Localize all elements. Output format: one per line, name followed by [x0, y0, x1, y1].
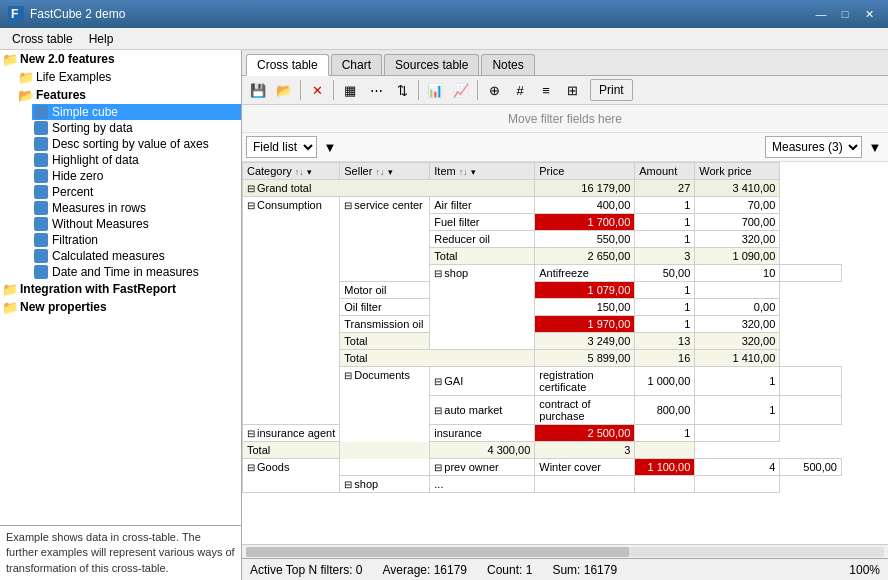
- item-insurance: insurance: [430, 425, 535, 442]
- tree-group-new20[interactable]: 📁 New 2.0 features: [0, 50, 241, 68]
- tree-item-new-props[interactable]: 📁 New properties: [0, 298, 241, 316]
- header-item[interactable]: Item ↑↓ ▾: [430, 163, 535, 180]
- toolbar-list-btn[interactable]: ≡: [534, 79, 558, 101]
- tab-chart[interactable]: Chart: [331, 54, 382, 75]
- expand-icon-shop2[interactable]: ⊟: [344, 479, 352, 490]
- wp-more: [695, 476, 780, 493]
- field-list-dropdown[interactable]: Field list: [246, 136, 317, 158]
- collapse-icon[interactable]: ⊟: [247, 183, 255, 194]
- tabs-bar: Cross table Chart Sources table Notes: [242, 50, 888, 76]
- amount-transmission: 1: [635, 316, 695, 333]
- item-reg: registration certificate: [535, 367, 635, 396]
- wp-air: 70,00: [695, 197, 780, 214]
- sort-icon: [34, 121, 48, 135]
- expand-icon-auto[interactable]: ⊟: [434, 405, 442, 416]
- tab-sources-table[interactable]: Sources table: [384, 54, 479, 75]
- minimize-button[interactable]: —: [810, 5, 832, 23]
- header-workprice[interactable]: Work price: [695, 163, 780, 180]
- datetime-icon: [34, 265, 48, 279]
- total-wp2: 320,00: [695, 333, 780, 350]
- expand-icon-gai[interactable]: ⊟: [434, 376, 442, 387]
- item-air-filter: Air filter: [430, 197, 535, 214]
- right-panel: Cross table Chart Sources table Notes 💾 …: [242, 50, 888, 580]
- tree-item-filtration[interactable]: Filtration: [32, 232, 241, 248]
- toolbar-sort-btn[interactable]: ⇅: [390, 79, 414, 101]
- print-button[interactable]: Print: [590, 79, 633, 101]
- expand-icon-docs[interactable]: ⊟: [344, 370, 352, 381]
- highlight-icon: [34, 153, 48, 167]
- toolbar-filter-btn[interactable]: ▦: [338, 79, 362, 101]
- maximize-button[interactable]: □: [834, 5, 856, 23]
- tree-item-measures-rows[interactable]: Measures in rows: [32, 200, 241, 216]
- toolbar-grid-btn[interactable]: ⊞: [560, 79, 584, 101]
- folder-icon: 📁: [2, 51, 18, 67]
- tab-notes[interactable]: Notes: [481, 54, 534, 75]
- item-winter: Winter cover: [535, 459, 635, 476]
- header-amount[interactable]: Amount: [635, 163, 695, 180]
- expand-icon2[interactable]: ⊟: [344, 200, 352, 211]
- scroll-bar[interactable]: [242, 544, 888, 558]
- mrows-icon: [34, 201, 48, 215]
- total-amount-docs: 3: [535, 442, 635, 459]
- total-label-docs: Total: [243, 442, 430, 459]
- price-air: 400,00: [535, 197, 635, 214]
- tree-item-percent[interactable]: Percent: [32, 184, 241, 200]
- toolbar-calc-btn[interactable]: #: [508, 79, 532, 101]
- expand-icon-ins[interactable]: ⊟: [247, 428, 255, 439]
- menu-cross-table[interactable]: Cross table: [4, 30, 81, 48]
- price-antifreeze: 50,00: [635, 265, 695, 282]
- toolbar-group-btn[interactable]: ⋯: [364, 79, 388, 101]
- wp-motor: [695, 282, 780, 299]
- toolbar-delete-btn[interactable]: ✕: [305, 79, 329, 101]
- tree-item-features[interactable]: 📂 Features: [16, 86, 241, 104]
- left-panel: 📁 New 2.0 features 📁 Life Examples 📂 Fea…: [0, 50, 242, 580]
- tree-item-integration[interactable]: 📁 Integration with FastReport: [0, 280, 241, 298]
- folder-icon-integration: 📁: [2, 281, 18, 297]
- item-antifreeze: Antifreeze: [535, 265, 635, 282]
- folder-icon-newprops: 📁: [2, 299, 18, 315]
- amount-reducer: 1: [635, 231, 695, 248]
- expand-icon-prev[interactable]: ⊟: [434, 462, 442, 473]
- toolbar-open-btn[interactable]: 📂: [272, 79, 296, 101]
- tab-cross-table[interactable]: Cross table: [246, 54, 329, 76]
- amount-contract: 1: [695, 396, 780, 425]
- table-row: ⊟Consumption ⊟service center Air filter …: [243, 197, 842, 214]
- close-button[interactable]: ✕: [858, 5, 880, 23]
- status-text: Example shows data in cross-table. The f…: [0, 525, 241, 580]
- tree-item-sorting[interactable]: Sorting by data: [32, 120, 241, 136]
- amount-more: [635, 476, 695, 493]
- toolbar-chart-btn[interactable]: 📊: [423, 79, 447, 101]
- tree-label-datetime: Date and Time in measures: [52, 265, 199, 279]
- expand-icon-goods[interactable]: ⊟: [247, 462, 255, 473]
- expand-icon[interactable]: ⊟: [247, 200, 255, 211]
- toolbar-save-btn[interactable]: 💾: [246, 79, 270, 101]
- price-oil: 150,00: [535, 299, 635, 316]
- header-seller[interactable]: Seller ↑↓ ▾: [340, 163, 430, 180]
- wp-winter: 500,00: [780, 459, 842, 476]
- toolbar-zoom-in-btn[interactable]: ⊕: [482, 79, 506, 101]
- toolbar-chart2-btn[interactable]: 📈: [449, 79, 473, 101]
- tree-item-simple-cube[interactable]: Simple cube: [32, 104, 241, 120]
- header-category[interactable]: Category ↑↓ ▾: [243, 163, 340, 180]
- field-list-arrow[interactable]: ▼: [321, 136, 339, 158]
- header-price[interactable]: Price: [535, 163, 635, 180]
- category-docs: ⊟Documents: [340, 367, 430, 476]
- table-row: ⊟Grand total 16 179,00 27 3 410,00: [243, 180, 842, 197]
- tree-item-calc-measures[interactable]: Calculated measures: [32, 248, 241, 264]
- cross-table-wrapper[interactable]: Category ↑↓ ▾ Seller ↑↓ ▾ Item ↑↓ ▾ Pric…: [242, 162, 888, 544]
- menu-help[interactable]: Help: [81, 30, 122, 48]
- toolbar-sep3: [418, 80, 419, 100]
- total-price2: 3 249,00: [535, 333, 635, 350]
- tree-item-desc-sorting[interactable]: Desc sorting by value of axes: [32, 136, 241, 152]
- tree-item-hidezero[interactable]: Hide zero: [32, 168, 241, 184]
- item-contract: contract of purchase: [535, 396, 635, 425]
- measures-arrow[interactable]: ▼: [866, 136, 884, 158]
- tree-item-life-examples[interactable]: 📁 Life Examples: [16, 68, 241, 86]
- app-title: FastCube 2 demo: [30, 7, 810, 21]
- tree-item-highlight[interactable]: Highlight of data: [32, 152, 241, 168]
- tree-item-without-measures[interactable]: Without Measures: [32, 216, 241, 232]
- tree-item-datetime[interactable]: Date and Time in measures: [32, 264, 241, 280]
- toolbar-sep1: [300, 80, 301, 100]
- expand-icon3[interactable]: ⊟: [434, 268, 442, 279]
- measures-dropdown[interactable]: Measures (3): [765, 136, 862, 158]
